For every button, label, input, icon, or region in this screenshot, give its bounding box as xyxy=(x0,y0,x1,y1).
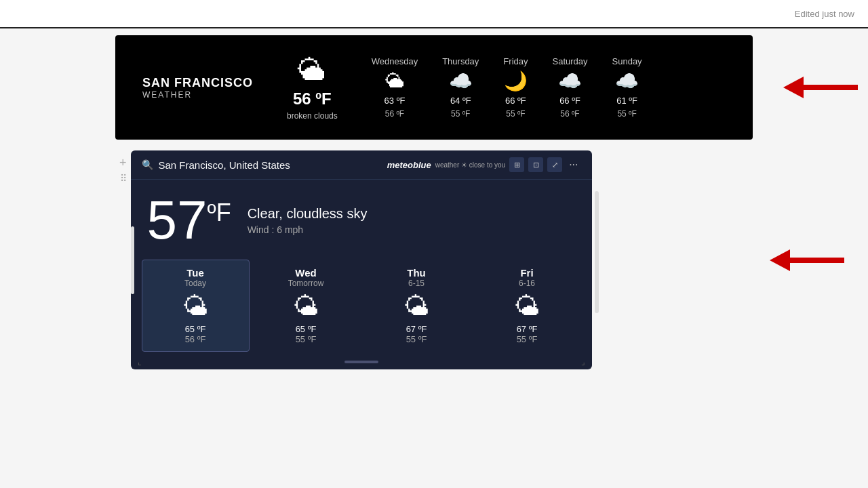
day-name: Friday xyxy=(503,56,528,66)
day-sub: Tomorrow xyxy=(288,279,324,288)
day-sub: Today xyxy=(184,279,206,288)
day-low: 56 ºF xyxy=(385,109,404,119)
day-sub: 6-16 xyxy=(519,279,535,288)
icon-btn-2[interactable]: ⊡ xyxy=(528,157,543,172)
day-icon: ☁️ xyxy=(449,70,473,92)
day-low: 55 ºF xyxy=(506,109,525,119)
day-low: 56 ºF xyxy=(560,109,579,119)
day-name: Thursday xyxy=(442,56,479,66)
day-low: 55 ºF xyxy=(517,334,538,344)
widget2-bottom-bar: ⌞ ⌟ xyxy=(131,352,592,369)
day-high: 64 ºF xyxy=(450,96,471,106)
right-scrollbar[interactable] xyxy=(595,191,599,313)
w2-day-thu[interactable]: Thu 6-15 🌤 67 ºF 55 ºF xyxy=(363,260,471,352)
wind-text: Wind : 6 mph xyxy=(248,224,368,235)
day-name: Sunday xyxy=(612,56,642,66)
day-low: 56 ºF xyxy=(185,334,206,344)
day-icon: 🌤 xyxy=(514,292,540,321)
day-icon: ☁️ xyxy=(558,70,582,92)
forecast-strip-2: Tue Today 🌤 65 ºF 56 ºF Wed Tomorrow 🌤 6… xyxy=(131,254,592,352)
day-name: Thu xyxy=(407,267,426,279)
forecast-day-sun: Sunday ☁️ 61 ºF 55 ºF xyxy=(612,56,642,119)
day-name: Wed xyxy=(295,267,316,279)
day-high: 66 ºF xyxy=(505,96,526,106)
w2-day-tue[interactable]: Tue Today 🌤 65 ºF 56 ºF xyxy=(142,260,250,352)
svg-marker-3 xyxy=(770,249,790,271)
city-sub: WEATHER xyxy=(142,90,253,100)
search-icon[interactable]: 🔍 xyxy=(142,159,153,170)
day-high: 66 ºF xyxy=(559,96,580,106)
day-name: Saturday xyxy=(552,56,587,66)
day-low: 55 ºF xyxy=(296,334,317,344)
day-name: Fri xyxy=(520,267,533,279)
icon-btn-1[interactable]: ⊞ xyxy=(509,157,524,172)
forecast-strip: Wednesday 🌥 63 ºF 56 ºF Thursday ☁️ 64 º… xyxy=(372,56,642,119)
day-icon: ☁️ xyxy=(615,70,639,92)
current-temp-big: 57 ºF xyxy=(147,193,231,247)
meteoblue-logo: meteoblue xyxy=(387,160,431,170)
day-high: 63 ºF xyxy=(384,96,406,106)
day-low: 55 ºF xyxy=(406,334,427,344)
drag-handle[interactable] xyxy=(344,361,378,363)
red-arrow-2 xyxy=(770,247,858,274)
location-text: San Francisco, United States xyxy=(159,159,290,171)
widget-controls[interactable]: + ⠿ xyxy=(115,150,131,189)
current-temp: 56 ºF xyxy=(293,89,332,108)
current-desc: broken clouds xyxy=(287,111,338,121)
weather-widget-2: 🔍 San Francisco, United States meteoblue… xyxy=(131,150,592,369)
day-high: 67 ºF xyxy=(406,324,427,334)
day-icon: 🌤 xyxy=(403,292,429,321)
city-info: SAN FRANCISCO WEATHER xyxy=(142,76,253,100)
left-scrollbar[interactable] xyxy=(131,226,134,294)
day-name: Wednesday xyxy=(372,56,418,66)
day-low: 55 ºF xyxy=(617,109,636,119)
day-high: 65 ºF xyxy=(185,324,206,334)
expand-btn[interactable]: ⤢ xyxy=(547,157,562,172)
day-high: 65 ºF xyxy=(296,324,317,334)
widget2-header: 🔍 San Francisco, United States meteoblue… xyxy=(131,150,592,180)
day-name: Tue xyxy=(186,267,204,279)
w2-day-wed[interactable]: Wed Tomorrow 🌤 65 ºF 55 ºF xyxy=(252,260,360,352)
w2-day-fri[interactable]: Fri 6-16 🌤 67 ºF 55 ºF xyxy=(473,260,581,352)
condition-text: Clear, cloudless sky xyxy=(248,206,368,222)
forecast-day-thu: Thursday ☁️ 64 ºF 55 ºF xyxy=(442,56,479,119)
city-name: SAN FRANCISCO xyxy=(142,76,253,90)
current-weather-icon: 🌥 xyxy=(298,54,326,87)
resize-corner-icon[interactable]: ⌞ xyxy=(138,357,142,367)
svg-marker-1 xyxy=(783,77,804,98)
forecast-day-fri: Friday 🌙 66 ºF 55 ºF xyxy=(503,56,528,119)
red-arrow-1 xyxy=(783,74,868,101)
temp-value: 57 xyxy=(147,193,208,247)
day-icon: 🌤 xyxy=(293,292,319,321)
forecast-day-wed: Wednesday 🌥 63 ºF 56 ºF xyxy=(372,56,418,119)
more-btn[interactable]: ··· xyxy=(566,159,580,171)
svg-rect-2 xyxy=(790,258,844,263)
day-icon: 🌥 xyxy=(385,70,404,92)
day-icon: 🌤 xyxy=(182,292,208,321)
resize-corner-icon-right[interactable]: ⌟ xyxy=(581,357,585,367)
day-high: 61 ºF xyxy=(616,96,637,106)
logo-tagline: weather ☀ close to you xyxy=(435,161,506,169)
svg-rect-0 xyxy=(804,85,858,90)
day-icon: 🌙 xyxy=(504,70,528,92)
day-low: 55 ºF xyxy=(451,109,470,119)
forecast-day-sat: Saturday ☁️ 66 ºF 56 ºF xyxy=(552,56,587,119)
drag-handle-icon[interactable]: ⠿ xyxy=(120,173,125,184)
add-icon[interactable]: + xyxy=(119,156,127,170)
temp-unit: ºF xyxy=(208,199,231,227)
edited-timestamp: Edited just now xyxy=(795,9,854,19)
weather-widget-1: SAN FRANCISCO WEATHER 🌥 56 ºF broken clo… xyxy=(115,35,753,140)
day-high: 67 ºF xyxy=(517,324,538,334)
day-sub: 6-15 xyxy=(408,279,425,288)
